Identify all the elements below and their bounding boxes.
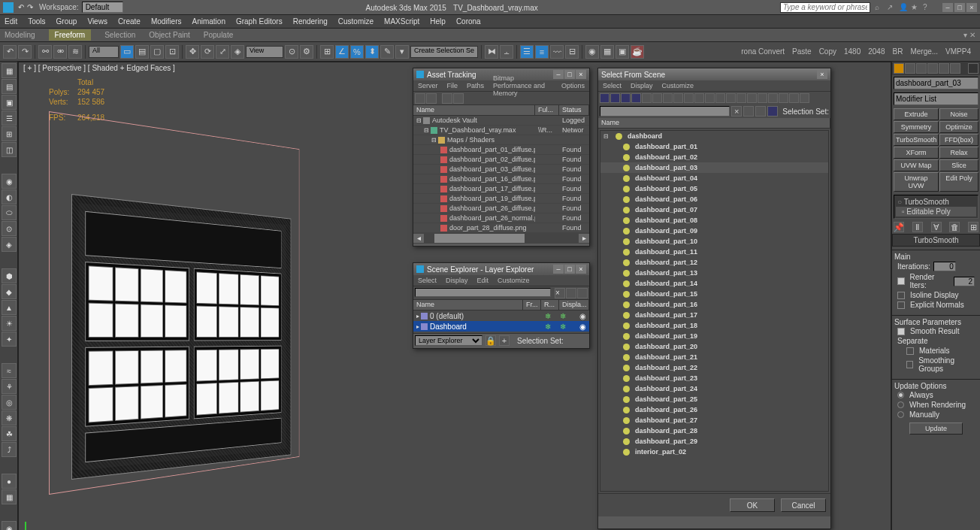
rotate-button[interactable]: ⟳ xyxy=(201,45,214,59)
manage-layers-button[interactable]: ≡ xyxy=(535,45,549,59)
explorer-type-select[interactable]: Layer Explorer xyxy=(415,335,482,346)
scene-item[interactable]: dashboard_part_18 xyxy=(600,320,828,331)
select-menu-item[interactable]: Display xyxy=(631,82,653,89)
asset-row[interactable]: dashboard_part_02_diffuse.pngFound xyxy=(413,155,589,165)
scene-item[interactable]: dashboard_part_05 xyxy=(600,183,828,194)
layer-menu-item[interactable]: Select xyxy=(418,277,437,284)
ribbon-object paint[interactable]: Object Paint xyxy=(149,31,189,39)
layer-explorer-button[interactable]: ☰ xyxy=(520,45,534,59)
scene-item[interactable]: dashboard_part_08 xyxy=(600,215,828,226)
select-name-button[interactable]: ▤ xyxy=(135,45,149,59)
asset-col-status[interactable]: Status xyxy=(559,105,589,115)
layer-maximize-button[interactable]: □ xyxy=(564,265,575,274)
layer-close-button[interactable]: × xyxy=(576,265,586,274)
modifier-optimize[interactable]: Optimize xyxy=(939,121,978,133)
filter-icon-10[interactable] xyxy=(705,93,715,103)
asset-row[interactable]: dashboard_part_26_diffuse.pngFound xyxy=(413,204,589,214)
left-tool-26[interactable]: ● xyxy=(2,474,17,489)
minimize-button[interactable]: – xyxy=(942,3,953,12)
left-tool-10[interactable]: ⊙ xyxy=(2,221,17,236)
filter-icon-7[interactable] xyxy=(673,93,683,103)
modifier-extrude[interactable]: Extrude xyxy=(894,108,939,120)
asset-menu-item[interactable]: Server xyxy=(418,82,438,89)
scene-item[interactable]: dashboard_part_21 xyxy=(600,352,828,362)
left-tool-22[interactable]: ❋ xyxy=(2,410,17,426)
ribbon-collapse-icon[interactable]: ▾ ✕ xyxy=(963,31,975,39)
asset-row[interactable]: dashboard_part_19_diffuse.pngFound xyxy=(413,194,589,204)
scene-item[interactable]: dashboard_part_10 xyxy=(600,236,828,247)
favorite-icon[interactable]: ★ xyxy=(911,3,920,12)
scene-item[interactable]: dashboard_part_02 xyxy=(600,152,828,162)
lock-icon[interactable] xyxy=(968,63,978,74)
manually-radio[interactable] xyxy=(897,411,904,418)
layer-minimize-button[interactable]: – xyxy=(553,265,564,274)
iterations-spinner[interactable]: 0 xyxy=(933,262,956,271)
asset-menu-item[interactable]: Bitmap Performance and Memory xyxy=(493,74,552,97)
layer-new-icon[interactable]: + xyxy=(499,335,510,346)
workspace-selector[interactable]: Default xyxy=(82,2,124,13)
left-tool-3[interactable]: ☰ xyxy=(2,111,17,126)
scene-item[interactable]: dashboard_part_26 xyxy=(600,404,828,415)
ribbon-modeling[interactable]: Modeling xyxy=(5,31,35,39)
link-button[interactable]: ⚯ xyxy=(38,45,52,59)
layer-tb-2[interactable] xyxy=(577,288,588,298)
left-tool-8[interactable]: ◐ xyxy=(2,189,17,204)
maximize-button[interactable]: □ xyxy=(954,3,965,12)
bind-button[interactable]: ≋ xyxy=(68,45,82,59)
asset-tb-4[interactable] xyxy=(453,93,464,104)
modifier-editpoly[interactable]: Edit Poly xyxy=(939,172,978,192)
left-tool-27[interactable]: ▦ xyxy=(2,489,17,504)
asset-menu-item[interactable]: Paths xyxy=(467,82,484,89)
spinner-snap[interactable]: ⬍ xyxy=(365,45,379,59)
sign-in-icon[interactable]: 👤 xyxy=(899,3,908,12)
filter-icon-3[interactable] xyxy=(631,93,641,103)
pivot-button[interactable]: ⊙ xyxy=(285,45,298,59)
filter-icon-16[interactable] xyxy=(768,93,778,103)
left-tool-0[interactable]: ▦ xyxy=(2,63,17,78)
asset-row[interactable]: ⊟TV_Dashboard_vray.max\\R...Networ xyxy=(413,126,589,135)
asset-row[interactable]: ⊟Maps / Shaders xyxy=(413,135,589,145)
scale-button[interactable]: ⤢ xyxy=(216,45,229,59)
scene-item[interactable]: dashboard_part_15 xyxy=(600,289,828,299)
render-iters-check[interactable] xyxy=(897,277,905,285)
asset-row[interactable]: ⊟Autodesk VaultLogged xyxy=(413,116,589,126)
mirror-button[interactable]: ⧓ xyxy=(485,45,498,59)
always-radio[interactable] xyxy=(897,392,904,398)
scene-item[interactable]: dashboard_part_01 xyxy=(600,141,828,152)
select-clear-icon[interactable]: × xyxy=(731,106,742,117)
asset-menu-item[interactable]: Options xyxy=(561,82,585,89)
left-tool-29[interactable]: ◉ xyxy=(2,521,17,530)
scene-item[interactable]: dashboard_part_14 xyxy=(600,278,828,289)
when-rendering-radio[interactable] xyxy=(897,401,904,408)
scene-item[interactable]: dashboard_part_19 xyxy=(600,331,828,341)
filter-icon-5[interactable] xyxy=(652,93,662,103)
configure-icon[interactable]: ⊞ xyxy=(968,222,978,232)
scene-item[interactable]: dashboard_part_04 xyxy=(600,173,828,183)
scene-item[interactable]: dashboard_part_23 xyxy=(600,373,828,383)
asset-tb-3[interactable] xyxy=(442,93,452,104)
left-tool-2[interactable]: ▣ xyxy=(2,95,17,110)
left-tool-7[interactable]: ◉ xyxy=(2,174,17,189)
cancel-button[interactable]: Cancel xyxy=(781,498,826,512)
left-tool-14[interactable]: ◆ xyxy=(2,284,17,299)
scene-item[interactable]: dashboard_part_28 xyxy=(600,426,828,436)
motion-tab[interactable] xyxy=(927,63,938,74)
pin-stack-icon[interactable]: 📌 xyxy=(894,222,904,232)
edit-named-sel[interactable]: ✎ xyxy=(380,45,394,59)
angle-snap[interactable]: ∠ xyxy=(335,45,349,59)
menu-tools[interactable]: Tools xyxy=(28,17,45,26)
modify-tab[interactable] xyxy=(905,63,915,74)
scene-item[interactable]: dashboard_part_09 xyxy=(600,226,828,236)
layer-search-input[interactable] xyxy=(415,288,551,297)
left-tool-21[interactable]: ◎ xyxy=(2,395,17,410)
smoothing-groups-check[interactable] xyxy=(906,361,913,368)
menu-customize[interactable]: Customize xyxy=(338,17,374,26)
ribbon-selection[interactable]: Selection xyxy=(104,31,135,39)
scene-item[interactable]: dashboard_part_03 xyxy=(600,162,828,173)
select-close-button[interactable]: × xyxy=(817,70,827,79)
undo-button[interactable]: ↶ xyxy=(3,45,17,59)
update-button[interactable]: Update xyxy=(909,422,963,435)
placement-button[interactable]: ◈ xyxy=(231,45,244,59)
render-button[interactable]: ☕ xyxy=(631,45,644,59)
left-tool-17[interactable]: ✦ xyxy=(2,332,17,347)
